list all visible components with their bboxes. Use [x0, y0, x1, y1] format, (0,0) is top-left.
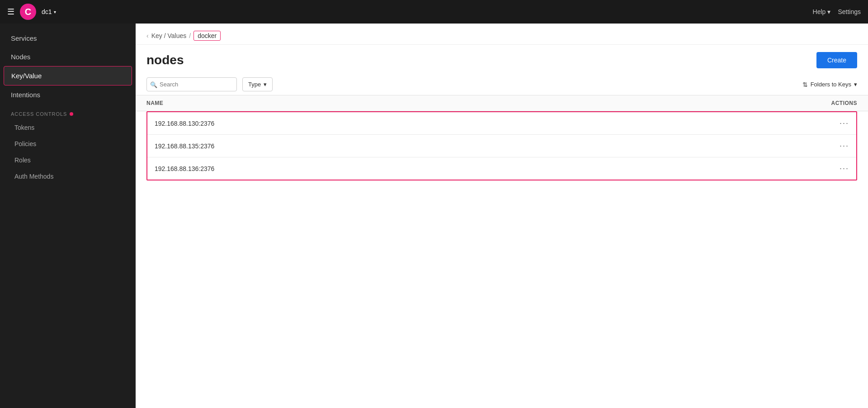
table-row[interactable]: 192.168.88.130:2376 ···: [147, 112, 856, 135]
help-button[interactable]: Help ▾: [813, 8, 831, 15]
sidebar-item-intentions-label: Intentions: [11, 91, 40, 99]
table-row[interactable]: 192.168.88.136:2376 ···: [147, 157, 856, 180]
search-container: 🔍: [146, 77, 237, 91]
type-dropdown-button[interactable]: Type ▾: [242, 77, 273, 91]
sidebar-item-nodes-label: Nodes: [11, 53, 30, 61]
row-name-0: 192.168.88.130:2376: [155, 120, 813, 127]
type-label: Type: [248, 81, 261, 88]
column-name-header: Name: [146, 100, 821, 106]
sidebar-item-auth-methods-label: Auth Methods: [14, 173, 53, 180]
settings-button[interactable]: Settings: [838, 8, 861, 15]
type-chevron-icon: ▾: [264, 81, 267, 88]
table-row[interactable]: 192.168.88.135:2376 ···: [147, 135, 856, 157]
main-content: ‹ Key / Values / docker nodes Create 🔍 T…: [136, 24, 868, 408]
table-header: Name Actions: [136, 95, 868, 111]
folders-chevron-icon: ▾: [854, 81, 857, 88]
folders-to-keys-label: Folders to Keys: [811, 81, 851, 88]
sidebar-item-keyvalue-label: Key/Value: [11, 72, 42, 80]
table-rows-highlighted-group: 192.168.88.130:2376 ··· 192.168.88.135:2…: [146, 111, 857, 180]
row-actions-menu-1[interactable]: ···: [813, 141, 849, 151]
sidebar-item-services-label: Services: [11, 34, 37, 42]
row-actions-menu-0[interactable]: ···: [813, 119, 849, 128]
breadcrumb-parent-link[interactable]: Key / Values: [151, 32, 187, 39]
access-controls-dot: [70, 112, 73, 116]
sidebar-item-tokens[interactable]: Tokens: [0, 119, 136, 136]
datacenter-chevron-icon: ▾: [54, 9, 56, 14]
toolbar: 🔍 Type ▾ ⇅ Folders to Keys ▾: [136, 74, 868, 95]
breadcrumb-separator: /: [189, 32, 191, 39]
sidebar-item-keyvalue[interactable]: Key/Value: [4, 66, 132, 85]
row-name-2: 192.168.88.136:2376: [155, 165, 813, 172]
create-button[interactable]: Create: [816, 52, 857, 68]
datacenter-selector[interactable]: dc1 ▾: [42, 8, 56, 15]
sidebar-item-auth-methods[interactable]: Auth Methods: [0, 168, 136, 185]
row-actions-menu-2[interactable]: ···: [813, 164, 849, 173]
folders-to-keys-button[interactable]: ⇅ Folders to Keys ▾: [802, 81, 857, 88]
search-icon: 🔍: [150, 81, 157, 88]
page-header: nodes Create: [136, 45, 868, 74]
topnav-left: ☰ C dc1 ▾: [7, 4, 56, 20]
logo: C: [20, 4, 36, 20]
sidebar-item-nodes[interactable]: Nodes: [0, 47, 136, 66]
access-controls-section: ACCESS CONTROLS: [0, 104, 136, 119]
sidebar: Services Nodes Key/Value Intentions ACCE…: [0, 24, 136, 408]
sidebar-item-roles[interactable]: Roles: [0, 152, 136, 168]
search-input[interactable]: [146, 77, 237, 91]
column-actions-header: Actions: [821, 100, 857, 106]
settings-label: Settings: [838, 8, 861, 15]
sidebar-item-roles-label: Roles: [14, 157, 31, 164]
page-title: nodes: [146, 53, 184, 67]
access-controls-label: ACCESS CONTROLS: [11, 111, 67, 117]
layout: Services Nodes Key/Value Intentions ACCE…: [0, 24, 868, 408]
sidebar-item-tokens-label: Tokens: [14, 124, 34, 131]
breadcrumb: ‹ Key / Values / docker: [136, 24, 868, 45]
datacenter-label: dc1: [42, 8, 52, 15]
topnav-right: Help ▾ Settings: [813, 8, 861, 15]
breadcrumb-current: docker: [193, 31, 221, 41]
sidebar-item-policies[interactable]: Policies: [0, 136, 136, 152]
filter-icon: ⇅: [802, 81, 808, 88]
logo-letter: C: [25, 7, 31, 17]
sidebar-item-intentions[interactable]: Intentions: [0, 85, 136, 104]
topnav: ☰ C dc1 ▾ Help ▾ Settings: [0, 0, 868, 24]
sidebar-item-policies-label: Policies: [14, 140, 36, 147]
row-name-1: 192.168.88.135:2376: [155, 142, 813, 150]
help-label: Help: [813, 8, 826, 15]
help-chevron-icon: ▾: [827, 8, 830, 15]
sidebar-item-services[interactable]: Services: [0, 29, 136, 47]
breadcrumb-chevron-icon: ‹: [146, 32, 149, 39]
hamburger-icon[interactable]: ☰: [7, 7, 14, 17]
